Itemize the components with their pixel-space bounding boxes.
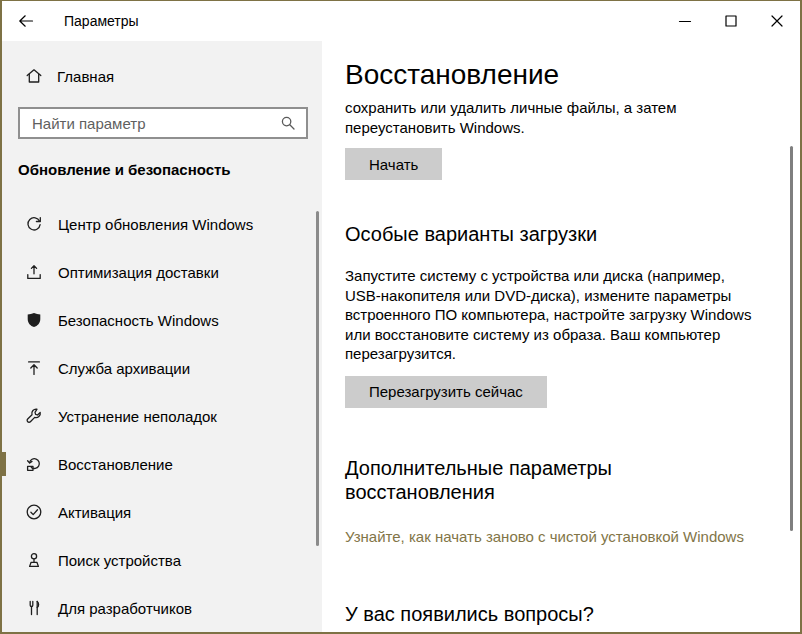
reset-start-button[interactable]: Начать — [345, 148, 442, 180]
main-content: Восстановление сохранить или удалить лич… — [322, 41, 800, 632]
find-device-icon — [24, 550, 44, 570]
search-box — [18, 107, 308, 139]
sidebar: Главная Обновление и безопасность — [2, 41, 322, 632]
main-scrollbar[interactable] — [790, 146, 793, 531]
questions-heading: У вас появились вопросы? — [345, 602, 760, 626]
window-controls — [662, 1, 800, 41]
app-title: Параметры — [64, 13, 139, 29]
sidebar-item-label: Безопасность Windows — [58, 312, 219, 329]
link-fresh-start[interactable]: Узнайте, как начать заново с чистой уста… — [345, 528, 760, 546]
sidebar-item-activation[interactable]: Активация — [2, 488, 322, 536]
activation-icon — [24, 502, 44, 522]
restart-now-button[interactable]: Перезагрузить сейчас — [345, 376, 547, 408]
sidebar-item-label: Активация — [58, 504, 131, 521]
delivery-optimization-icon — [24, 262, 44, 282]
questions-section: У вас появились вопросы? Поиск ключа вос… — [345, 602, 760, 633]
reset-description: сохранить или удалить личные файлы, а за… — [345, 98, 760, 138]
advanced-startup-description: Запустите систему с устройства или диска… — [345, 266, 760, 364]
maximize-icon — [721, 11, 741, 31]
developer-icon — [24, 598, 44, 618]
sidebar-scrollbar[interactable] — [316, 211, 319, 546]
more-recovery-section: Дополнительные параметры восстановления … — [345, 456, 760, 546]
sidebar-item-home[interactable]: Главная — [24, 63, 322, 89]
close-button[interactable] — [754, 1, 800, 41]
search-input[interactable] — [30, 114, 278, 133]
sync-icon — [24, 214, 44, 234]
shield-icon — [24, 310, 44, 330]
sidebar-item-label: Служба архивации — [58, 360, 190, 377]
sidebar-item-label: Центр обновления Windows — [58, 216, 253, 233]
minimize-icon — [675, 11, 695, 31]
settings-window: Параметры — [0, 0, 802, 634]
titlebar: Параметры — [2, 1, 800, 41]
close-icon — [767, 11, 787, 31]
advanced-startup-heading: Особые варианты загрузки — [345, 222, 760, 246]
sidebar-item-troubleshoot[interactable]: Устранение неполадок — [2, 392, 322, 440]
sidebar-item-find-my-device[interactable]: Поиск устройства — [2, 536, 322, 584]
minimize-button[interactable] — [662, 1, 708, 41]
sidebar-item-developers[interactable]: Для разработчиков — [2, 584, 322, 632]
sidebar-item-windows-update[interactable]: Центр обновления Windows — [2, 200, 322, 248]
advanced-startup-section: Особые варианты загрузки Запустите систе… — [345, 222, 760, 408]
sidebar-item-recovery[interactable]: Восстановление — [2, 440, 322, 488]
sidebar-item-windows-security[interactable]: Безопасность Windows — [2, 296, 322, 344]
back-button[interactable] — [2, 1, 50, 41]
sidebar-item-label: Оптимизация доставки — [58, 264, 219, 281]
sidebar-item-backup[interactable]: Служба архивации — [2, 344, 322, 392]
sidebar-item-delivery-optimization[interactable]: Оптимизация доставки — [2, 248, 322, 296]
maximize-button[interactable] — [708, 1, 754, 41]
back-icon — [16, 11, 36, 31]
sidebar-nav: Центр обновления Windows Оптимизация дос… — [2, 200, 322, 632]
sidebar-item-label: Восстановление — [58, 456, 173, 473]
troubleshoot-icon — [24, 406, 44, 426]
search-icon[interactable] — [278, 113, 298, 133]
backup-icon — [24, 358, 44, 378]
recovery-icon — [24, 454, 44, 474]
home-icon — [24, 66, 44, 86]
category-title: Обновление и безопасность — [18, 161, 322, 178]
more-recovery-heading: Дополнительные параметры восстановления — [345, 456, 760, 504]
sidebar-item-label: Для разработчиков — [58, 600, 192, 617]
page-title: Восстановление — [345, 58, 760, 91]
sidebar-item-label: Устранение неполадок — [58, 408, 217, 425]
sidebar-home-label: Главная — [57, 68, 114, 85]
sidebar-item-label: Поиск устройства — [58, 552, 181, 569]
